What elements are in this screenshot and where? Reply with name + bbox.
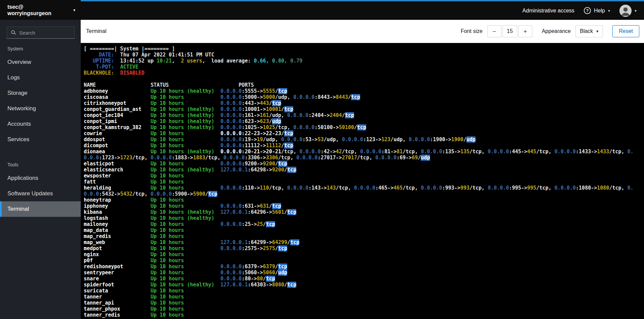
chevron-down-icon: ▾ (73, 8, 75, 12)
host-username: tsec@ (7, 4, 51, 10)
help-icon: ? (584, 7, 591, 14)
host-name: worryingsurgeon (7, 10, 51, 16)
page-title: Terminal (86, 28, 106, 34)
host-text: tsec@ worryingsurgeon (7, 4, 51, 16)
appearance-value: Black (580, 28, 593, 34)
font-size-label: Font size (461, 28, 483, 34)
sidebar-item-terminal[interactable]: Terminal (0, 201, 81, 217)
sidebar-item-services[interactable]: Services (0, 132, 81, 147)
help-label: Help (594, 8, 605, 14)
sidebar-nav: System Overview Logs Storage Networking … (0, 41, 81, 217)
cockpit-app: tsec@ worryingsurgeon ▾ System Overview … (0, 0, 644, 319)
font-size-value: 15 (502, 25, 517, 37)
admin-access-button[interactable]: Administrative access (522, 8, 574, 14)
appearance-select[interactable]: Black ▾ (575, 25, 603, 37)
sidebar-item-software-updates[interactable]: Software Updates (0, 186, 81, 201)
sidebar-item-networking[interactable]: Networking (0, 101, 81, 116)
chevron-down-icon: ▾ (608, 9, 610, 13)
sidebar-item-logs[interactable]: Logs (0, 70, 81, 85)
user-menu[interactable]: ▾ (619, 5, 637, 17)
terminal-pane[interactable]: [ ========| System |======== ] DATE: Thu… (81, 43, 644, 319)
terminal-output: [ ========| System |======== ] DATE: Thu… (81, 43, 637, 318)
sidebar-item-accounts[interactable]: Accounts (0, 116, 81, 132)
sidebar-item-overview[interactable]: Overview (0, 54, 81, 70)
reset-button[interactable]: Reset (612, 25, 639, 37)
chevron-down-icon: ▾ (596, 29, 598, 33)
appearance-label: Appearance (542, 28, 571, 34)
sidebar-item-storage[interactable]: Storage (0, 85, 81, 101)
font-size-decrease-button[interactable]: − (487, 25, 501, 37)
host-switcher[interactable]: tsec@ worryingsurgeon ▾ (0, 0, 81, 20)
avatar (619, 5, 632, 17)
font-size-stepper: − 15 + (487, 25, 532, 37)
search-input[interactable] (7, 27, 75, 39)
sidebar-search (7, 27, 75, 39)
sidebar: tsec@ worryingsurgeon ▾ System Overview … (0, 0, 81, 319)
search-icon (11, 30, 15, 34)
toolbar-controls: Font size − 15 + Appearance Black ▾ Rese… (461, 25, 639, 37)
font-size-increase-button[interactable]: + (518, 25, 532, 37)
help-menu[interactable]: ? Help ▾ (584, 7, 610, 14)
terminal-toolbar: Terminal Font size − 15 + Appearance Bla… (81, 20, 644, 43)
chevron-down-icon: ▾ (635, 9, 637, 13)
sidebar-item-applications[interactable]: Applications (0, 170, 81, 186)
sidebar-section-system: System (0, 41, 81, 54)
masthead: Administrative access ? Help ▾ ▾ (81, 1, 644, 20)
sidebar-section-tools: Tools (0, 157, 81, 170)
